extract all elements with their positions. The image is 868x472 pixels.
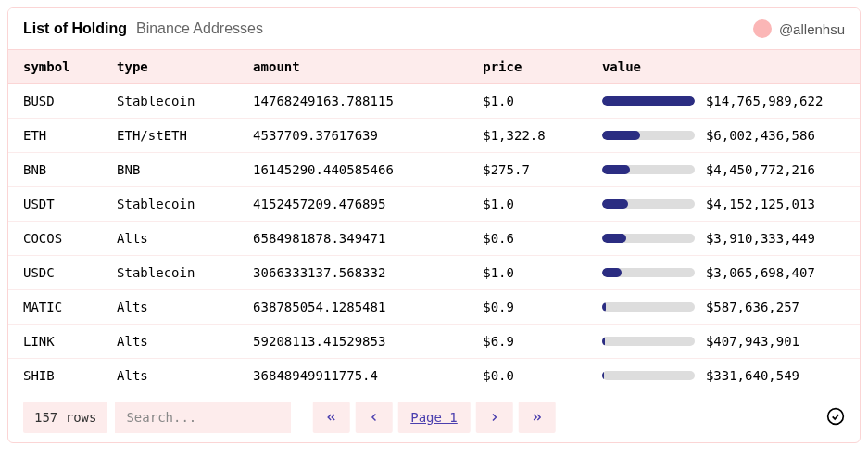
table-row: COCOSAlts6584981878.349471$0.6$3,910,333… — [8, 222, 860, 256]
cell-amount: 6584981878.349471 — [238, 222, 468, 256]
cell-symbol: MATIC — [8, 290, 102, 325]
value-bar — [602, 165, 695, 174]
cell-price: $1.0 — [468, 187, 587, 222]
cell-amount: 59208113.41529853 — [238, 325, 468, 359]
chevron-left-icon — [367, 411, 380, 424]
cell-price: $0.6 — [468, 222, 587, 256]
value-text: $3,910,333,449 — [706, 231, 815, 246]
value-text: $4,450,772,216 — [706, 162, 815, 177]
cell-symbol: BUSD — [8, 84, 102, 119]
table-row: USDCStablecoin3066333137.568332$1.0$3,06… — [8, 256, 860, 290]
pager: Page 1 — [312, 402, 556, 433]
value-text: $587,636,257 — [706, 300, 799, 314]
table-row: MATICAlts638785054.1285481$0.9$587,636,2… — [8, 290, 860, 325]
cell-value: $4,152,125,013 — [587, 187, 860, 222]
cell-type: Alts — [102, 290, 238, 325]
cell-amount: 36848949911775.4 — [238, 359, 468, 393]
card-header: List of Holding Binance Addresses @allen… — [8, 8, 860, 49]
holdings-table: symbol type amount price value BUSDStabl… — [8, 49, 860, 392]
value-text: $6,002,436,586 — [706, 128, 815, 143]
value-bar — [602, 268, 695, 277]
cell-symbol: SHIB — [8, 359, 102, 393]
cell-value: $3,910,333,449 — [587, 222, 860, 256]
header-right: @allenhsu — [753, 19, 845, 38]
value-bar — [602, 337, 695, 346]
check-circle-icon[interactable] — [826, 407, 845, 428]
cell-value: $4,450,772,216 — [587, 153, 860, 187]
value-bar — [602, 96, 695, 106]
table-header-row: symbol type amount price value — [8, 50, 860, 84]
cell-type: ETH/stETH — [102, 119, 238, 153]
cell-value: $3,065,698,407 — [587, 256, 860, 290]
first-page-button[interactable] — [312, 402, 349, 433]
value-bar — [602, 302, 695, 312]
next-page-button[interactable] — [476, 402, 513, 433]
cell-amount: 16145290.440585466 — [238, 153, 468, 187]
table-row: LINKAlts59208113.41529853$6.9$407,943,90… — [8, 325, 860, 359]
cell-symbol: ETH — [8, 119, 102, 153]
value-text: $407,943,901 — [706, 334, 799, 349]
col-amount[interactable]: amount — [238, 50, 468, 84]
cell-value: $587,636,257 — [587, 290, 860, 325]
cell-symbol: LINK — [8, 325, 102, 359]
prev-page-button[interactable] — [355, 402, 392, 433]
col-type[interactable]: type — [102, 50, 238, 84]
table-row: BUSDStablecoin14768249163.788115$1.0$14,… — [8, 84, 860, 119]
cell-symbol: USDC — [8, 256, 102, 290]
value-bar — [602, 371, 695, 380]
card-subtitle: Binance Addresses — [136, 20, 263, 37]
table-row: ETHETH/stETH4537709.37617639$1,322.8$6,0… — [8, 119, 860, 153]
chevron-double-left-icon — [324, 411, 337, 424]
cell-amount: 3066333137.568332 — [238, 256, 468, 290]
cell-symbol: BNB — [8, 153, 102, 187]
cell-type: Stablecoin — [102, 187, 238, 222]
cell-type: BNB — [102, 153, 238, 187]
value-bar — [602, 199, 695, 209]
last-page-button[interactable] — [519, 402, 556, 433]
search-input[interactable] — [115, 402, 291, 433]
col-value[interactable]: value — [587, 50, 860, 84]
cell-price: $0.9 — [468, 290, 587, 325]
cell-amount: 4152457209.476895 — [238, 187, 468, 222]
cell-price: $1,322.8 — [468, 119, 587, 153]
svg-point-0 — [828, 408, 844, 424]
col-symbol[interactable]: symbol — [8, 50, 102, 84]
cell-type: Alts — [102, 222, 238, 256]
cell-value: $407,943,901 — [587, 325, 860, 359]
header-left: List of Holding Binance Addresses — [23, 20, 263, 37]
cell-type: Stablecoin — [102, 84, 238, 119]
cell-type: Alts — [102, 359, 238, 393]
cell-type: Stablecoin — [102, 256, 238, 290]
cell-price: $1.0 — [468, 256, 587, 290]
value-bar — [602, 234, 695, 243]
cell-type: Alts — [102, 325, 238, 359]
table-row: SHIBAlts36848949911775.4$0.0$331,640,549 — [8, 359, 860, 393]
value-text: $3,065,698,407 — [706, 265, 815, 280]
avatar — [753, 19, 772, 38]
cell-price: $1.0 — [468, 84, 587, 119]
table-row: BNBBNB16145290.440585466$275.7$4,450,772… — [8, 153, 860, 187]
table-row: USDTStablecoin4152457209.476895$1.0$4,15… — [8, 187, 860, 222]
holdings-card: List of Holding Binance Addresses @allen… — [7, 7, 861, 443]
value-bar — [602, 131, 695, 140]
chevron-right-icon — [488, 411, 501, 424]
cell-symbol: COCOS — [8, 222, 102, 256]
cell-price: $6.9 — [468, 325, 587, 359]
page-label[interactable]: Page 1 — [397, 402, 471, 433]
col-price[interactable]: price — [468, 50, 587, 84]
table-footer: 157 rows Page 1 — [8, 392, 860, 442]
value-text: $14,765,989,622 — [706, 94, 823, 108]
rows-count: 157 rows — [23, 402, 107, 433]
cell-value: $331,640,549 — [587, 359, 860, 393]
cell-amount: 4537709.37617639 — [238, 119, 468, 153]
cell-price: $0.0 — [468, 359, 587, 393]
value-text: $4,152,125,013 — [706, 197, 815, 211]
value-text: $331,640,549 — [706, 368, 799, 383]
chevron-double-right-icon — [531, 411, 544, 424]
card-title: List of Holding — [23, 20, 127, 37]
username: @allenhsu — [779, 21, 845, 37]
cell-amount: 14768249163.788115 — [238, 84, 468, 119]
cell-price: $275.7 — [468, 153, 587, 187]
cell-value: $6,002,436,586 — [587, 119, 860, 153]
cell-symbol: USDT — [8, 187, 102, 222]
